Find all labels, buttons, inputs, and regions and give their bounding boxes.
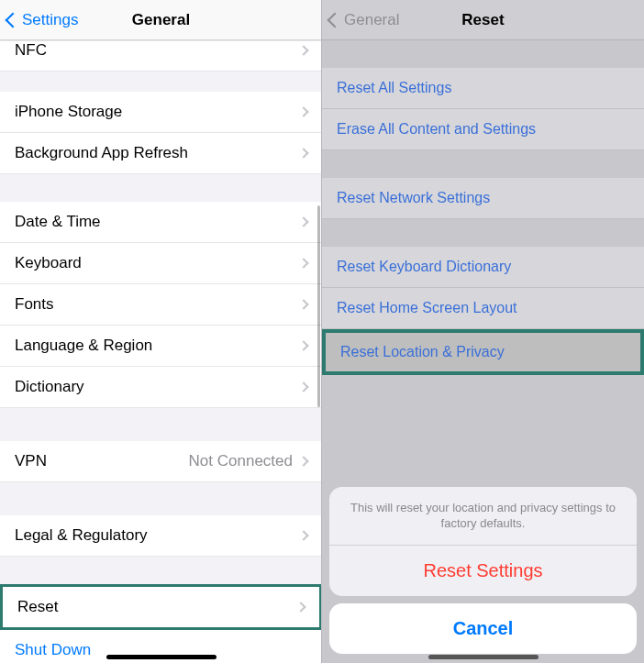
chevron-right-icon <box>298 530 308 540</box>
language-region-label: Language & Region <box>15 337 300 355</box>
row-erase-all[interactable]: Erase All Content and Settings <box>322 109 644 150</box>
chevron-right-icon <box>298 106 308 116</box>
background-refresh-label: Background App Refresh <box>15 144 300 162</box>
dictionary-label: Dictionary <box>15 378 300 396</box>
reset-keyboard-label: Reset Keyboard Dictionary <box>337 259 629 275</box>
keyboard-label: Keyboard <box>15 254 300 272</box>
chevron-right-icon <box>298 216 308 227</box>
fonts-label: Fonts <box>15 295 300 314</box>
reset-location-label: Reset Location & Privacy <box>340 344 626 360</box>
chevron-left-icon <box>328 12 343 28</box>
row-date-time[interactable]: Date & Time <box>0 202 322 243</box>
row-keyboard[interactable]: Keyboard <box>0 243 322 284</box>
chevron-right-icon <box>298 148 308 158</box>
reset-all-label: Reset All Settings <box>337 80 629 96</box>
row-fonts[interactable]: Fonts <box>0 284 322 326</box>
reset-home-label: Reset Home Screen Layout <box>337 300 629 316</box>
chevron-left-icon <box>6 12 21 28</box>
reset-settings-button[interactable]: Reset Settings <box>329 546 637 596</box>
row-reset-network[interactable]: Reset Network Settings <box>322 178 644 219</box>
scrollbar[interactable] <box>317 205 320 407</box>
cancel-button[interactable]: Cancel <box>329 603 637 654</box>
erase-all-label: Erase All Content and Settings <box>337 121 629 138</box>
chevron-right-icon <box>295 602 305 612</box>
home-indicator[interactable] <box>428 655 539 659</box>
right-navbar: General Reset <box>322 0 644 40</box>
back-label: Settings <box>22 11 78 29</box>
left-content: NFC iPhone Storage Background App Refres… <box>0 40 322 663</box>
chevron-right-icon <box>298 381 308 392</box>
vpn-label: VPN <box>15 452 189 470</box>
iphone-storage-label: iPhone Storage <box>15 103 300 121</box>
row-reset-keyboard-dict[interactable]: Reset Keyboard Dictionary <box>322 247 644 288</box>
back-to-settings-button[interactable]: Settings <box>7 11 78 29</box>
nfc-label: NFC <box>15 41 300 60</box>
row-background-refresh[interactable]: Background App Refresh <box>0 133 322 174</box>
row-reset[interactable]: Reset <box>0 584 322 630</box>
legal-label: Legal & Regulatory <box>15 526 300 545</box>
row-legal[interactable]: Legal & Regulatory <box>0 515 322 557</box>
action-sheet: This will reset your location and privac… <box>329 487 637 654</box>
date-time-label: Date & Time <box>15 213 300 231</box>
vpn-status: Not Connected <box>189 452 293 470</box>
reset-network-label: Reset Network Settings <box>337 190 629 206</box>
home-indicator[interactable] <box>106 655 217 659</box>
row-dictionary[interactable]: Dictionary <box>0 367 322 408</box>
chevron-right-icon <box>298 456 308 466</box>
row-reset-home[interactable]: Reset Home Screen Layout <box>322 288 644 329</box>
row-nfc[interactable]: NFC <box>0 40 322 72</box>
row-reset-all[interactable]: Reset All Settings <box>322 68 644 109</box>
chevron-right-icon <box>298 299 308 309</box>
row-iphone-storage[interactable]: iPhone Storage <box>0 92 322 133</box>
chevron-right-icon <box>298 258 308 268</box>
row-vpn[interactable]: VPN Not Connected <box>0 441 322 482</box>
back-to-general-button[interactable]: General <box>329 11 399 29</box>
row-language-region[interactable]: Language & Region <box>0 326 322 367</box>
row-reset-location-privacy[interactable]: Reset Location & Privacy <box>322 329 644 375</box>
action-sheet-card: This will reset your location and privac… <box>329 487 637 596</box>
reset-panel: General Reset Reset All Settings Erase A… <box>322 0 644 663</box>
left-navbar: Settings General <box>0 0 322 40</box>
action-sheet-message: This will reset your location and privac… <box>329 487 637 546</box>
reset-label: Reset <box>17 598 297 616</box>
chevron-right-icon <box>298 45 308 55</box>
chevron-right-icon <box>298 340 308 350</box>
back-label: General <box>344 11 399 29</box>
general-settings-panel: Settings General NFC iPhone Storage Back… <box>0 0 322 663</box>
right-content: Reset All Settings Erase All Content and… <box>322 40 644 663</box>
